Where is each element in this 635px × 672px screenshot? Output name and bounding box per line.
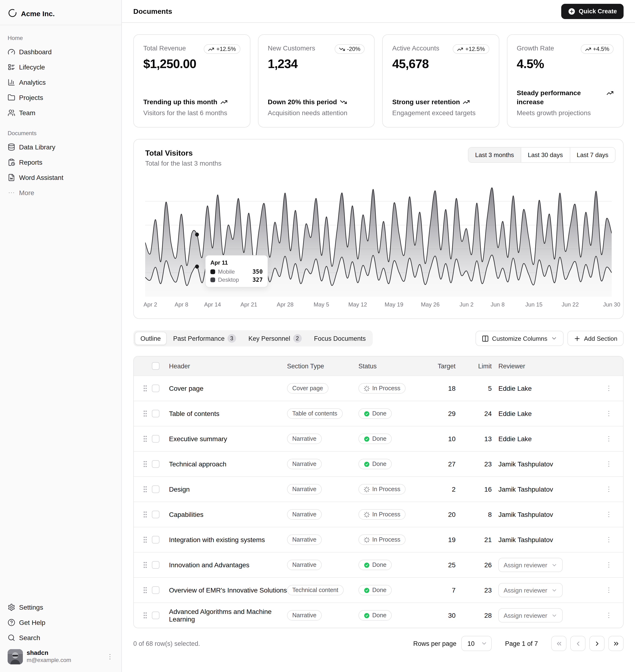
table-row: Advanced Algorithms and Machine Learning… (134, 603, 623, 628)
sidebar-item-reports[interactable]: Reports (4, 155, 117, 170)
drag-handle-icon[interactable] (142, 384, 149, 393)
row-checkbox[interactable] (152, 511, 159, 518)
row-checkbox[interactable] (152, 384, 159, 392)
sidebar-item-label: Analytics (19, 79, 46, 86)
row-header[interactable]: Overview of EMR's Innovative Solutions (169, 586, 287, 594)
row-header[interactable]: Innovation and Advantages (169, 561, 287, 569)
sidebar-item-lifecycle[interactable]: Lifecycle (4, 60, 117, 75)
drag-handle-icon[interactable] (142, 535, 149, 544)
more-vertical-icon[interactable] (106, 653, 114, 660)
x-tick-label: Apr 28 (277, 301, 294, 308)
rows-per-page-select[interactable]: 10 (461, 636, 492, 651)
sidebar-item-team[interactable]: Team (4, 105, 117, 120)
table-footer: 0 of 68 row(s) selected. Rows per page 1… (133, 636, 623, 651)
customize-columns-button[interactable]: Customize Columns (475, 331, 564, 346)
user-menu[interactable]: shadcn m@example.com (4, 645, 117, 668)
tab-focus-documents[interactable]: Focus Documents (308, 332, 372, 345)
row-header[interactable]: Integration with existing systems (169, 536, 287, 543)
tab-past-performance[interactable]: Past Performance 3 (168, 332, 242, 345)
x-tick-label: Apr 21 (240, 301, 257, 308)
row-checkbox[interactable] (152, 460, 159, 468)
section-type-badge: Cover page (287, 383, 328, 394)
row-menu-icon[interactable] (605, 536, 613, 543)
range-option-last-7-days[interactable]: Last 7 days (570, 148, 615, 162)
trending-up-icon (208, 46, 215, 52)
loader-icon (364, 511, 370, 518)
sidebar-item-dashboard[interactable]: Dashboard (4, 44, 117, 60)
first-page-button[interactable] (551, 636, 566, 651)
row-menu-icon[interactable] (605, 486, 613, 493)
range-option-last-3-months[interactable]: Last 3 months (468, 148, 521, 162)
row-checkbox[interactable] (152, 486, 159, 493)
prev-page-button[interactable] (570, 636, 586, 651)
drag-handle-icon[interactable] (142, 586, 149, 595)
table-row: Executive summary Narrative Done 10 13 E… (134, 426, 623, 451)
row-header[interactable]: Advanced Algorithms and Machine Learning (169, 608, 287, 623)
row-menu-icon[interactable] (605, 586, 613, 594)
row-menu-icon[interactable] (605, 611, 613, 619)
row-checkbox[interactable] (152, 410, 159, 418)
range-option-last-30-days[interactable]: Last 30 days (521, 148, 570, 162)
sidebar-item-label: Dashboard (19, 48, 52, 56)
row-header[interactable]: Capabilities (169, 511, 287, 518)
chart-plot[interactable]: Apr 11 Mobile 350 Desktop 327 Apr 2Apr 8… (145, 178, 612, 311)
row-menu-icon[interactable] (605, 435, 613, 443)
row-checkbox[interactable] (152, 536, 159, 543)
chevron-down-icon (551, 335, 557, 342)
row-header[interactable]: Cover page (169, 384, 287, 392)
rows-per-page-label: Rows per page (413, 640, 457, 647)
sidebar-item-search[interactable]: Search (4, 630, 117, 645)
row-header[interactable]: Table of contents (169, 410, 287, 418)
quick-create-button[interactable]: Quick Create (561, 4, 623, 19)
tab-key-personnel[interactable]: Key Personnel 2 (243, 332, 307, 345)
col-limit: Limit (462, 362, 498, 369)
topbar: Documents Quick Create (122, 0, 635, 23)
row-checkbox[interactable] (152, 561, 159, 569)
status-badge: In Process (358, 383, 406, 394)
stat-footer-desc: Visitors for the last 6 months (143, 109, 240, 117)
tooltip-date: Apr 11 (211, 260, 263, 266)
next-page-button[interactable] (589, 636, 605, 651)
tab-outline[interactable]: Outline (135, 332, 167, 345)
row-header[interactable]: Technical approach (169, 460, 287, 468)
row-checkbox[interactable] (152, 435, 159, 443)
row-menu-icon[interactable] (605, 511, 613, 518)
row-header[interactable]: Design (169, 486, 287, 493)
sidebar-item-projects[interactable]: Projects (4, 90, 117, 105)
target-value: 25 (431, 561, 462, 569)
org-switcher[interactable]: Acme Inc. (4, 4, 117, 23)
select-all-checkbox[interactable] (152, 362, 159, 370)
row-menu-icon[interactable] (605, 460, 613, 468)
drag-handle-icon[interactable] (142, 561, 149, 569)
row-checkbox[interactable] (152, 586, 159, 594)
assign-reviewer-select[interactable]: Assign reviewer (498, 608, 563, 623)
sidebar-footer-nav: Settings Get Help Search (4, 593, 117, 645)
status-badge: Done (358, 610, 392, 621)
assign-reviewer-select[interactable]: Assign reviewer (498, 558, 563, 572)
add-section-button[interactable]: Add Section (567, 331, 623, 346)
stat-card: Active Accounts +12.5% 45,678 Strong use… (382, 34, 499, 128)
sidebar-item-analytics[interactable]: Analytics (4, 75, 117, 90)
drag-handle-icon[interactable] (142, 434, 149, 443)
assign-reviewer-select[interactable]: Assign reviewer (498, 583, 563, 597)
company-name: Acme Inc. (21, 9, 55, 17)
drag-handle-icon[interactable] (142, 611, 149, 620)
sidebar-item-word-assistant[interactable]: Word Assistant (4, 170, 117, 185)
drag-handle-icon[interactable] (142, 485, 149, 494)
drag-handle-icon[interactable] (142, 409, 149, 418)
row-menu-icon[interactable] (605, 410, 613, 418)
trending-up-icon (463, 98, 470, 106)
row-header[interactable]: Executive summary (169, 435, 287, 443)
sidebar-item-settings[interactable]: Settings (4, 600, 117, 615)
drag-handle-icon[interactable] (142, 460, 149, 468)
sidebar-item-get-help[interactable]: Get Help (4, 615, 117, 630)
drag-handle-icon[interactable] (142, 510, 149, 519)
row-checkbox[interactable] (152, 611, 159, 619)
x-tick-label: Jun 8 (491, 301, 505, 308)
last-page-button[interactable] (608, 636, 623, 651)
row-menu-icon[interactable] (605, 384, 613, 392)
sidebar-item-more[interactable]: More (4, 185, 117, 200)
row-menu-icon[interactable] (605, 561, 613, 569)
sidebar-item-data-library[interactable]: Data Library (4, 139, 117, 155)
table-row: Overview of EMR's Innovative Solutions T… (134, 577, 623, 603)
